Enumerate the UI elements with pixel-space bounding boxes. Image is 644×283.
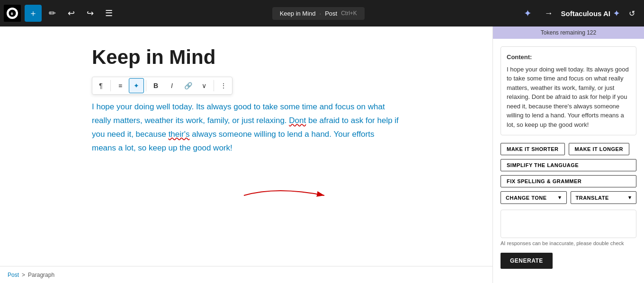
text-theirs: their's [169, 130, 190, 139]
post-title: Keep in Mind [92, 45, 401, 69]
breadcrumb-type: Post [325, 10, 337, 17]
content-preview-text: I hope your doing well today. Its always… [507, 66, 629, 128]
align-btn[interactable]: ≡ [113, 78, 128, 93]
wordpress-logo[interactable] [4, 5, 21, 22]
tokens-bar: Tokens remaining 122 [493, 27, 644, 39]
simplify-language-button[interactable]: SIMPLIFY THE LANGUAGE [501, 159, 636, 171]
status-chevron-icon: > [22, 272, 25, 278]
block-options-btn[interactable]: ⋮ [216, 78, 231, 93]
editor-area[interactable]: Keep in Mind ¶ ≡ ✦ B I 🔗 ∨ ⋮ [0, 27, 492, 266]
translate-dropdown[interactable]: TRANSLATE ▾ [571, 191, 637, 204]
content-preview-box: Content: I hope your doing well today. I… [501, 46, 636, 135]
text-dont: Dont [289, 116, 306, 125]
ai-title-label: Softaculous AI ✦ [561, 9, 619, 18]
toolbar-divider-1 [110, 80, 111, 91]
breadcrumb-separator: · [320, 10, 322, 17]
status-post-link[interactable]: Post [8, 272, 19, 278]
toolbar-divider-2 [146, 80, 146, 91]
add-block-button[interactable]: ＋ [25, 5, 42, 22]
forward-button[interactable]: → [540, 5, 557, 22]
tokens-remaining-label: Tokens remaining 122 [541, 29, 596, 36]
disclaimer-text: AI responses can be inaccurate, please d… [501, 240, 636, 247]
paragraph-icon-btn[interactable]: ¶ [93, 78, 108, 93]
top-toolbar: ＋ ✏ ↩ ↪ ☰ Keep in Mind · Post Ctrl+K ✦ →… [0, 0, 644, 27]
list-view-button[interactable]: ☰ [100, 5, 117, 22]
content-label: Content: [507, 53, 630, 62]
generate-button[interactable]: GENERATE [501, 253, 553, 269]
make-longer-button[interactable]: MAKE IT LONGER [569, 143, 629, 155]
dropdown-row: CHANGE TONE ▾ TRANSLATE ▾ [501, 191, 636, 204]
history-button[interactable]: ↺ [623, 5, 640, 22]
block-toolbar: ¶ ≡ ✦ B I 🔗 ∨ ⋮ [92, 77, 233, 95]
chevron-down-icon: ▾ [558, 195, 562, 201]
ai-right-panel: Tokens remaining 122 Content: I hope you… [492, 27, 644, 283]
translate-chevron-down-icon: ▾ [628, 195, 632, 201]
more-options-btn[interactable]: ∨ [197, 78, 212, 93]
ai-star-icon: ✦ [613, 9, 619, 18]
italic-btn[interactable]: I [164, 78, 179, 93]
change-tone-dropdown[interactable]: CHANGE TONE ▾ [501, 191, 567, 204]
breadcrumb-page: Keep in Mind [280, 10, 316, 17]
main-area: Keep in Mind ¶ ≡ ✦ B I 🔗 ∨ ⋮ [0, 27, 644, 283]
action-buttons-row1: MAKE IT SHORTER MAKE IT LONGER [501, 143, 636, 155]
fix-spelling-button[interactable]: FIX SPELLING & GRAMMER [501, 175, 636, 187]
link-btn[interactable]: 🔗 [180, 78, 196, 93]
breadcrumb-pill[interactable]: Keep in Mind · Post Ctrl+K [272, 7, 365, 20]
redo-button[interactable]: ↪ [81, 5, 98, 22]
status-paragraph-label: Paragraph [28, 272, 54, 278]
bold-btn[interactable]: B [148, 78, 163, 93]
star-button[interactable]: ✦ [519, 5, 537, 22]
toolbar-divider-3 [214, 80, 214, 91]
ai-sparkle-btn[interactable]: ✦ [129, 78, 144, 93]
status-bar: Post > Paragraph [0, 266, 492, 283]
editor-paragraph[interactable]: I hope your doing well today. Its always… [92, 100, 401, 155]
make-shorter-button[interactable]: MAKE IT SHORTER [501, 143, 565, 155]
panel-scroll-area[interactable]: Content: I hope your doing well today. I… [493, 39, 644, 283]
edit-button[interactable]: ✏ [44, 5, 61, 22]
custom-prompt-input[interactable] [501, 210, 636, 238]
keyboard-shortcut-hint: Ctrl+K [341, 10, 357, 17]
undo-button[interactable]: ↩ [63, 5, 80, 22]
